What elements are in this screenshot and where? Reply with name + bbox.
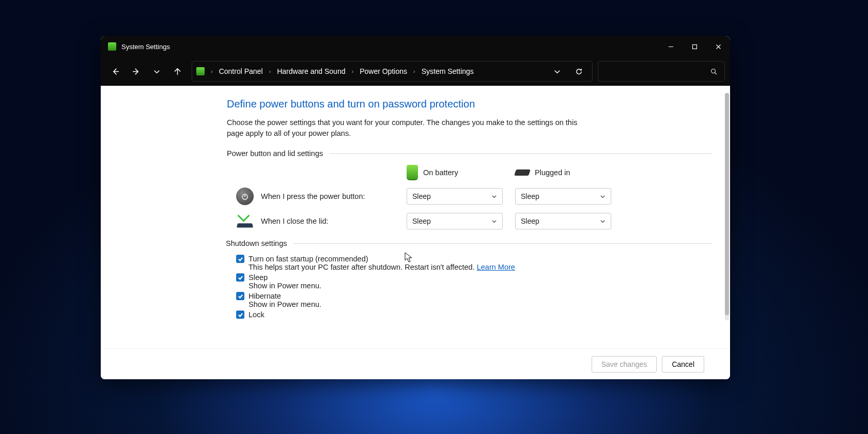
minimize-button[interactable] <box>659 36 683 57</box>
column-plugged-in: Plugged in <box>515 168 618 177</box>
cancel-button[interactable]: Cancel <box>662 356 704 373</box>
address-bar[interactable]: › Control Panel › Hardware and Sound › P… <box>192 61 593 82</box>
select-power-button-battery[interactable]: Sleep <box>407 188 503 205</box>
breadcrumb-hardware[interactable]: Hardware and Sound <box>275 65 347 78</box>
svg-point-1 <box>711 69 716 73</box>
window-title: System Settings <box>121 43 170 51</box>
page-heading: Define power buttons and turn on passwor… <box>227 98 711 110</box>
toolbar: › Control Panel › Hardware and Sound › P… <box>101 57 730 86</box>
chevron-right-icon: › <box>267 68 273 74</box>
checkbox-fast-startup[interactable] <box>236 255 244 263</box>
save-changes-button[interactable]: Save changes <box>592 356 657 373</box>
footer: Save changes Cancel <box>101 348 730 379</box>
checkbox-label: Turn on fast startup (recommended) <box>249 255 368 263</box>
recent-dropdown[interactable] <box>147 62 166 81</box>
chevron-down-icon <box>600 219 606 224</box>
up-button[interactable] <box>168 62 187 81</box>
checkbox-lock[interactable] <box>236 311 244 319</box>
breadcrumb-power-options[interactable]: Power Options <box>358 65 409 78</box>
lid-icon <box>236 212 254 230</box>
learn-more-link[interactable]: Learn More <box>477 263 515 271</box>
power-icon <box>236 188 254 205</box>
breadcrumb-control-panel[interactable]: Control Panel <box>217 65 265 78</box>
section-shutdown: Shutdown settings <box>226 239 711 247</box>
column-on-battery: On battery <box>407 165 510 180</box>
select-lid-plugged[interactable]: Sleep <box>515 213 611 229</box>
select-power-button-plugged[interactable]: Sleep <box>515 188 611 205</box>
breadcrumb-system-settings[interactable]: System Settings <box>420 65 476 78</box>
close-button[interactable] <box>706 36 730 57</box>
chevron-right-icon: › <box>209 68 215 74</box>
forward-button[interactable] <box>127 62 145 81</box>
checkbox-label: Hibernate <box>249 292 281 300</box>
checkbox-sleep[interactable] <box>236 273 244 282</box>
row-close-lid: When I close the lid: <box>236 212 401 230</box>
content-area: Define power buttons and turn on passwor… <box>101 86 730 348</box>
refresh-button[interactable] <box>569 62 588 81</box>
page-description: Choose the power settings that you want … <box>227 117 588 139</box>
select-lid-battery[interactable]: Sleep <box>407 213 503 229</box>
maximize-button[interactable] <box>683 36 706 57</box>
chevron-right-icon: › <box>349 68 355 74</box>
divider <box>329 153 711 154</box>
checkbox-hibernate[interactable] <box>236 292 244 300</box>
settings-window: System Settings › Control Panel › Hardwa… <box>101 36 730 379</box>
address-dropdown[interactable] <box>548 62 566 81</box>
chevron-down-icon <box>491 219 497 224</box>
chevron-down-icon <box>600 194 606 199</box>
scrollbar-thumb[interactable] <box>725 93 729 315</box>
search-icon <box>710 68 717 75</box>
checkbox-description: This helps start your PC faster after sh… <box>236 263 711 271</box>
section-label: Shutdown settings <box>226 239 287 247</box>
app-icon <box>108 42 116 51</box>
search-box[interactable] <box>598 61 725 82</box>
checkbox-description: Show in Power menu. <box>236 300 711 308</box>
svg-rect-0 <box>692 44 696 49</box>
chevron-right-icon: › <box>411 68 417 74</box>
section-label: Power button and lid settings <box>227 149 323 158</box>
checkbox-label: Lock <box>249 311 265 319</box>
back-button[interactable] <box>106 62 125 81</box>
row-power-button: When I press the power button: <box>236 188 401 205</box>
checkbox-description: Show in Power menu. <box>236 282 711 290</box>
checkbox-label: Sleep <box>249 273 268 282</box>
divider <box>293 243 712 244</box>
address-icon <box>196 67 205 75</box>
titlebar: System Settings <box>101 36 730 57</box>
section-power-button-lid: Power button and lid settings <box>227 149 711 158</box>
chevron-down-icon <box>491 194 497 199</box>
